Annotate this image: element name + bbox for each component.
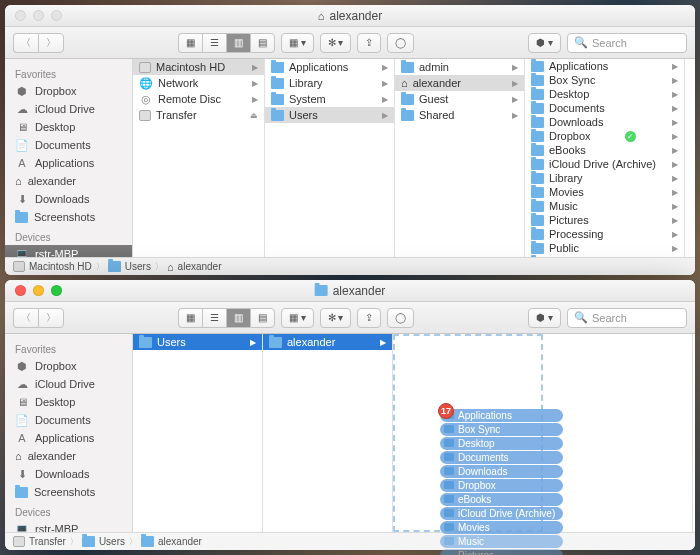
column-item[interactable]: iCloud Drive (Archive)▶ <box>525 157 684 171</box>
view-column-button[interactable]: ▥ <box>226 308 250 328</box>
column-item[interactable]: Pictures▶ <box>525 213 684 227</box>
forward-button[interactable]: 〉 <box>38 33 64 53</box>
column-item[interactable]: alexander▶ <box>263 334 392 350</box>
column-item[interactable]: Transfer⏏ <box>133 107 264 123</box>
minimize-button[interactable] <box>33 285 44 296</box>
column-item[interactable]: Desktop▶ <box>525 87 684 101</box>
minimize-button[interactable] <box>33 10 44 21</box>
tags-button[interactable]: ◯ <box>387 308 414 328</box>
sidebar-item-rstr-mbp[interactable]: 💻rstr-MBP <box>5 245 132 257</box>
column-item[interactable]: Documents▶ <box>525 101 684 115</box>
column-item[interactable]: Processing▶ <box>525 227 684 241</box>
column-3[interactable] <box>543 334 693 532</box>
view-gallery-button[interactable]: ▤ <box>250 308 275 328</box>
path-seg[interactable]: alexander <box>178 261 222 272</box>
sidebar-item-rstr-mbp[interactable]: 💻rstr-MBP <box>5 520 132 532</box>
zoom-button[interactable] <box>51 285 62 296</box>
favorites-header: Favorites <box>5 338 132 357</box>
column-item[interactable]: Applications▶ <box>525 59 684 73</box>
view-gallery-button[interactable]: ▤ <box>250 33 275 53</box>
sidebar-item-screenshots[interactable]: Screenshots <box>5 208 132 226</box>
drag-ghost-item: Documents <box>440 451 563 464</box>
arrange-button[interactable]: ▦ ▾ <box>281 33 314 53</box>
back-button[interactable]: 〈 <box>13 33 38 53</box>
sidebar-item-dropbox[interactable]: ⬢Dropbox <box>5 82 132 100</box>
action-button[interactable]: ✻ ▾ <box>320 33 352 53</box>
column-2[interactable]: admin▶⌂alexander▶Guest▶Shared▶ <box>395 59 525 257</box>
sidebar-item-documents[interactable]: 📄Documents <box>5 136 132 154</box>
dropbox-toolbar-button[interactable]: ⬢ ▾ <box>528 308 561 328</box>
sidebar-item-applications[interactable]: AApplications <box>5 154 132 172</box>
path-bar[interactable]: Transfer 〉 Users 〉 alexander <box>5 532 695 550</box>
view-icon-button[interactable]: ▦ <box>178 308 202 328</box>
column-item[interactable]: Library▶ <box>265 75 394 91</box>
view-list-button[interactable]: ☰ <box>202 33 226 53</box>
column-1[interactable]: alexander▶ <box>263 334 393 532</box>
column-item[interactable]: Dropbox✓▶ <box>525 129 684 143</box>
view-list-button[interactable]: ☰ <box>202 308 226 328</box>
column-item[interactable]: Movies▶ <box>525 185 684 199</box>
column-item[interactable]: Box Sync▶ <box>525 73 684 87</box>
column-item[interactable]: System▶ <box>265 91 394 107</box>
sidebar-item-applications[interactable]: AApplications <box>5 429 132 447</box>
column-1[interactable]: Applications▶Library▶System▶Users▶ <box>265 59 395 257</box>
column-item[interactable]: Applications▶ <box>265 59 394 75</box>
path-bar[interactable]: Macintosh HD 〉 Users 〉 ⌂ alexander <box>5 257 695 275</box>
share-button[interactable]: ⇪ <box>357 33 381 53</box>
column-item[interactable]: Public▶ <box>525 241 684 255</box>
titlebar[interactable]: ⌂ alexander <box>5 5 695 27</box>
titlebar[interactable]: alexander <box>5 280 695 302</box>
column-item[interactable]: Shared▶ <box>395 107 524 123</box>
view-icon-button[interactable]: ▦ <box>178 33 202 53</box>
sidebar-item-screenshots[interactable]: Screenshots <box>5 483 132 501</box>
sidebar-item-alexander[interactable]: ⌂alexander <box>5 447 132 465</box>
action-button[interactable]: ✻ ▾ <box>320 308 352 328</box>
search-field[interactable]: 🔍 Search <box>567 308 687 328</box>
drag-ghost-item: Dropbox <box>440 479 563 492</box>
back-button[interactable]: 〈 <box>13 308 38 328</box>
path-seg[interactable]: Users <box>99 536 125 547</box>
column-item[interactable]: 🌐Network▶ <box>133 75 264 91</box>
path-seg[interactable]: Macintosh HD <box>29 261 92 272</box>
chevron-right-icon: 〉 <box>96 261 104 272</box>
column-item[interactable]: Macintosh HD▶ <box>133 59 264 75</box>
column-item[interactable]: eBooks▶ <box>525 143 684 157</box>
sidebar-item-alexander[interactable]: ⌂alexander <box>5 172 132 190</box>
sidebar-item-desktop[interactable]: 🖥Desktop <box>5 118 132 136</box>
path-seg[interactable]: Transfer <box>29 536 66 547</box>
sidebar-item-documents[interactable]: 📄Documents <box>5 411 132 429</box>
column-item[interactable]: Library▶ <box>525 171 684 185</box>
close-button[interactable] <box>15 285 26 296</box>
column-item[interactable]: admin▶ <box>395 59 524 75</box>
sidebar-item-icloud-drive[interactable]: ☁iCloud Drive <box>5 375 132 393</box>
column-item[interactable]: Downloads▶ <box>525 115 684 129</box>
column-item[interactable]: Users▶ <box>133 334 262 350</box>
dropbox-toolbar-button[interactable]: ⬢ ▾ <box>528 33 561 53</box>
column-0[interactable]: Macintosh HD▶🌐Network▶◎Remote Disc▶Trans… <box>133 59 265 257</box>
path-seg[interactable]: Users <box>125 261 151 272</box>
forward-button[interactable]: 〉 <box>38 308 64 328</box>
path-seg[interactable]: alexander <box>158 536 202 547</box>
share-button[interactable]: ⇪ <box>357 308 381 328</box>
sidebar-item-icloud-drive[interactable]: ☁iCloud Drive <box>5 100 132 118</box>
zoom-button[interactable] <box>51 10 62 21</box>
column-0[interactable]: Users▶ <box>133 334 263 532</box>
sidebar-item-downloads[interactable]: ⬇Downloads <box>5 190 132 208</box>
column-item[interactable]: Guest▶ <box>395 91 524 107</box>
sidebar-item-desktop[interactable]: 🖥Desktop <box>5 393 132 411</box>
arrange-button[interactable]: ▦ ▾ <box>281 308 314 328</box>
column-item[interactable]: ◎Remote Disc▶ <box>133 91 264 107</box>
search-field[interactable]: 🔍 Search <box>567 33 687 53</box>
column-item[interactable]: Users▶ <box>265 107 394 123</box>
column-item[interactable]: Music▶ <box>525 199 684 213</box>
eject-icon[interactable]: ⏏ <box>250 111 258 120</box>
sidebar-item-downloads[interactable]: ⬇Downloads <box>5 465 132 483</box>
sidebar-item-label: Dropbox <box>35 85 77 97</box>
close-button[interactable] <box>15 10 26 21</box>
sidebar-item-dropbox[interactable]: ⬢Dropbox <box>5 357 132 375</box>
column-3[interactable]: Applications▶Box Sync▶Desktop▶Documents▶… <box>525 59 685 257</box>
tags-button[interactable]: ◯ <box>387 33 414 53</box>
view-column-button[interactable]: ▥ <box>226 33 250 53</box>
column-item[interactable]: ⌂alexander▶ <box>395 75 524 91</box>
item-label: Applications <box>549 60 608 72</box>
